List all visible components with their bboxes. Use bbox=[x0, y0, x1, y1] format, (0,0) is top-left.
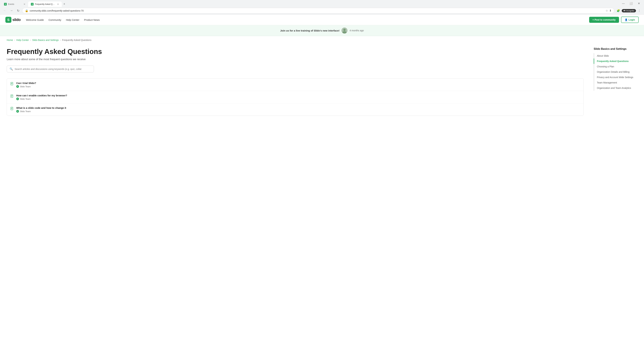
svg-point-1 bbox=[343, 29, 346, 31]
lock-icon: 🔒 bbox=[25, 9, 28, 12]
article-item[interactable]: Can I trial Slido? S Slido Team bbox=[7, 79, 584, 91]
incognito-badge: 🕶 Incognito bbox=[622, 9, 636, 12]
article-doc-icon bbox=[10, 94, 14, 99]
article-meta: S Slido Team bbox=[16, 97, 580, 100]
reload-button[interactable]: ↻ bbox=[16, 8, 21, 13]
tab-title-events: Events bbox=[8, 3, 22, 5]
search-input[interactable] bbox=[14, 68, 91, 70]
sidebar-item-faq[interactable]: Frequently Asked Questions bbox=[594, 58, 637, 64]
tab-bar: S Events ✕ S Frequently Asked Questions … bbox=[0, 0, 620, 7]
sidebar-section-title: Slido Basics and Settings bbox=[594, 47, 637, 50]
page-content: S slido Welcome Guide Community Help Cen… bbox=[0, 14, 644, 122]
nav-community[interactable]: Community bbox=[48, 18, 61, 21]
breadcrumb-home[interactable]: Home bbox=[7, 39, 13, 41]
sidebar-item-about-slido[interactable]: About Slido bbox=[594, 53, 637, 58]
article-list: Can I trial Slido? S Slido Team How can … bbox=[7, 78, 584, 116]
logo-icon: S bbox=[5, 17, 12, 23]
tab-favicon-events: S bbox=[4, 3, 7, 5]
article-title: How can I enable cookies for my browser? bbox=[16, 94, 580, 97]
article-author: Slido Team bbox=[20, 110, 31, 113]
tab-title-faq: Frequently Asked Questions | S... bbox=[35, 3, 56, 5]
author-favicon: S bbox=[16, 85, 19, 88]
author-favicon: S bbox=[16, 97, 19, 100]
sidebar-nav: About Slido Frequently Asked Questions C… bbox=[594, 53, 637, 91]
article-meta: S Slido Team bbox=[16, 110, 580, 113]
tab-favicon-faq: S bbox=[31, 3, 34, 5]
site-logo[interactable]: S slido bbox=[5, 17, 21, 23]
address-bar[interactable]: 🔒 community.slido.com/frequently-asked-q… bbox=[22, 8, 614, 13]
page-subtitle: Learn more about some of the most freque… bbox=[7, 58, 584, 61]
breadcrumb-slido-basics[interactable]: Slido Basics and Settings bbox=[32, 39, 59, 41]
back-button[interactable]: ← bbox=[2, 8, 8, 13]
address-text: community.slido.com/frequently-asked-que… bbox=[30, 9, 604, 12]
tab-close-events[interactable]: ✕ bbox=[24, 3, 26, 5]
search-icon: 🔍 bbox=[10, 67, 13, 70]
article-meta: S Slido Team bbox=[16, 85, 580, 88]
more-menu-button[interactable]: ⋮ bbox=[636, 8, 642, 13]
site-nav: Welcome Guide Community Help Center Prod… bbox=[26, 18, 100, 21]
site-header: S slido Welcome Guide Community Help Cen… bbox=[0, 14, 644, 25]
article-doc-icon bbox=[10, 82, 14, 86]
article-body: How can I enable cookies for my browser?… bbox=[16, 94, 580, 100]
browser-chrome: S Events ✕ S Frequently Asked Questions … bbox=[0, 0, 644, 14]
article-doc-icon bbox=[10, 107, 14, 111]
article-author: Slido Team bbox=[20, 98, 31, 100]
address-icons: ☆ ⬇ bbox=[606, 9, 612, 12]
avatar-image bbox=[342, 27, 348, 33]
toolbar-icons: 🧩 🕶 Incognito ⋮ bbox=[616, 8, 642, 13]
tab-events[interactable]: S Events ✕ bbox=[1, 1, 28, 7]
login-button[interactable]: 👤 Login bbox=[621, 16, 639, 23]
address-bar-row: ← → ↻ 🔒 community.slido.com/frequently-a… bbox=[0, 7, 644, 14]
author-favicon: S bbox=[16, 110, 19, 113]
sidebar: Slido Basics and Settings About Slido Fr… bbox=[594, 47, 637, 116]
tab-faq[interactable]: S Frequently Asked Questions | S... ✕ bbox=[28, 1, 62, 7]
new-tab-button[interactable]: + bbox=[62, 1, 67, 7]
nav-product-news[interactable]: Product News bbox=[84, 18, 100, 21]
tab-close-faq[interactable]: ✕ bbox=[57, 3, 59, 5]
minimize-button[interactable]: — bbox=[620, 1, 627, 6]
breadcrumb-current: Frequently Asked Questions bbox=[62, 39, 92, 41]
nav-welcome-guide[interactable]: Welcome Guide bbox=[26, 18, 44, 21]
incognito-icon: 🕶 bbox=[623, 9, 626, 12]
breadcrumb-sep-3: › bbox=[60, 39, 61, 41]
content-area: Frequently Asked Questions Learn more ab… bbox=[7, 47, 584, 116]
maximize-button[interactable]: ⬜ bbox=[627, 1, 635, 6]
article-item[interactable]: What is a slido code and how to change i… bbox=[7, 103, 584, 116]
download-icon[interactable]: ⬇ bbox=[609, 9, 612, 12]
banner-timestamp: 4 months ago bbox=[350, 29, 364, 32]
sidebar-item-privacy[interactable]: Privacy and Account Wide Settings bbox=[594, 75, 637, 80]
sidebar-item-org-details[interactable]: Organization Details and Billing bbox=[594, 69, 637, 75]
article-title: Can I trial Slido? bbox=[16, 82, 580, 84]
page-title: Frequently Asked Questions bbox=[7, 47, 584, 56]
banner-avatar bbox=[342, 27, 348, 33]
forward-button[interactable]: → bbox=[9, 8, 14, 13]
header-actions: + Post to community 👤 Login bbox=[589, 16, 639, 23]
banner-text: Join us for a live training of Slido's n… bbox=[280, 29, 340, 32]
announcement-banner[interactable]: Join us for a live training of Slido's n… bbox=[0, 25, 644, 36]
breadcrumb-sep-2: › bbox=[30, 39, 31, 41]
article-item[interactable]: How can I enable cookies for my browser?… bbox=[7, 91, 584, 103]
sidebar-item-org-analytics[interactable]: Organization and Team Analytics bbox=[594, 85, 637, 91]
login-icon: 👤 bbox=[625, 18, 628, 21]
main-content: Frequently Asked Questions Learn more ab… bbox=[0, 44, 644, 122]
bookmark-icon[interactable]: ☆ bbox=[606, 9, 608, 12]
sidebar-item-team-mgmt[interactable]: Team Management bbox=[594, 80, 637, 85]
logo-text: slido bbox=[12, 17, 21, 22]
nav-help-center[interactable]: Help Center bbox=[66, 18, 79, 21]
extensions-icon[interactable]: 🧩 bbox=[616, 8, 621, 13]
window-controls: — ⬜ ✕ bbox=[620, 0, 644, 7]
breadcrumb-help-center[interactable]: Help Center bbox=[16, 39, 29, 41]
sidebar-item-choosing-plan[interactable]: Choosing a Plan bbox=[594, 64, 637, 69]
breadcrumb: Home › Help Center › Slido Basics and Se… bbox=[0, 36, 644, 44]
post-to-community-button[interactable]: + Post to community bbox=[589, 17, 619, 23]
article-author: Slido Team bbox=[20, 85, 31, 88]
article-body: Can I trial Slido? S Slido Team bbox=[16, 82, 580, 88]
close-button[interactable]: ✕ bbox=[635, 1, 643, 6]
search-box[interactable]: 🔍 bbox=[7, 65, 94, 72]
article-title: What is a slido code and how to change i… bbox=[16, 106, 580, 109]
breadcrumb-sep-1: › bbox=[14, 39, 15, 41]
article-body: What is a slido code and how to change i… bbox=[16, 106, 580, 113]
